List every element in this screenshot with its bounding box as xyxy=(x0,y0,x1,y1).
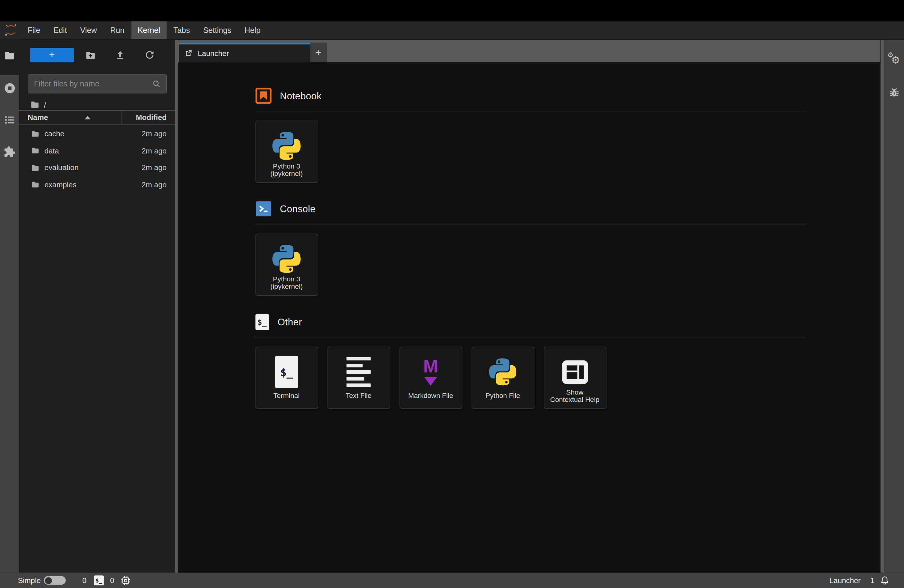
kernel-chip-icon[interactable] xyxy=(120,575,131,586)
contextual-help-icon xyxy=(544,354,606,389)
top-black-strip xyxy=(0,0,904,21)
file-browser-toolbar: + xyxy=(19,47,175,63)
file-modified: 2m ago xyxy=(142,180,175,189)
tab-launcher[interactable]: Launcher xyxy=(179,43,310,62)
section-title: Notebook xyxy=(280,90,321,101)
status-bar: Simple 0 $_ 0 Launcher 1 xyxy=(0,573,904,588)
extensions-icon[interactable] xyxy=(0,141,19,164)
refresh-button[interactable] xyxy=(142,48,156,62)
file-modified: 2m ago xyxy=(142,146,175,155)
file-row-examples[interactable]: examples 2m ago xyxy=(19,176,175,193)
menu-item-edit[interactable]: Edit xyxy=(47,21,73,39)
right-sidebar-splitter[interactable] xyxy=(880,40,884,572)
menu-item-kernel[interactable]: Kernel xyxy=(131,21,166,39)
simple-interface-toggle[interactable] xyxy=(44,576,65,585)
file-row-evaluation[interactable]: evaluation 2m ago xyxy=(19,159,175,176)
simple-interface-label: Simple xyxy=(18,576,41,585)
sidebar-splitter[interactable] xyxy=(175,40,178,572)
kernels-count[interactable]: 0 xyxy=(110,576,114,585)
dock-tab-bar: Launcher + xyxy=(178,40,880,62)
new-folder-button[interactable] xyxy=(84,48,98,62)
card-label: Python 3 (ipykernel) xyxy=(258,275,316,291)
column-header-name[interactable]: Name xyxy=(19,113,48,122)
launcher-panel: Notebook xyxy=(178,62,880,573)
search-icon xyxy=(152,79,161,89)
menu-item-settings[interactable]: Settings xyxy=(197,21,238,39)
menu-item-help[interactable]: Help xyxy=(238,21,267,39)
menu-item-run[interactable]: Run xyxy=(104,21,131,39)
markdown-icon: M xyxy=(400,354,461,389)
terminal-icon[interactable]: $_ xyxy=(94,575,104,585)
file-browser-icon[interactable] xyxy=(0,44,19,67)
text-file-icon xyxy=(328,354,390,389)
python-logo-icon xyxy=(256,242,318,277)
bell-icon[interactable] xyxy=(880,575,890,585)
card-label: Python 3 (ipykernel) xyxy=(258,162,316,179)
section-title: Other xyxy=(278,316,302,327)
tab-launcher-label: Launcher xyxy=(198,49,229,57)
section-divider xyxy=(255,337,806,337)
file-row-cache[interactable]: cache 2m ago xyxy=(19,125,175,142)
folder-icon xyxy=(30,129,40,138)
menu-bar: File Edit View Run Kernel Tabs Settings … xyxy=(0,21,904,40)
terminals-count[interactable]: 0 xyxy=(82,576,87,585)
debugger-icon[interactable] xyxy=(884,81,904,104)
workspace: + xyxy=(0,40,904,572)
card-label: Text File xyxy=(330,388,388,405)
python-logo-icon xyxy=(256,128,318,163)
card-label: Python File xyxy=(474,388,532,405)
file-name: examples xyxy=(44,180,76,189)
property-inspector-icon[interactable]: ⚙ ⚙ xyxy=(884,48,904,71)
menu-item-tabs[interactable]: Tabs xyxy=(167,21,196,39)
folder-icon xyxy=(30,163,40,172)
main-dock-area: Launcher + Notebook xyxy=(178,40,880,572)
folder-icon xyxy=(30,180,40,189)
launcher-card-console-python3[interactable]: Python 3 (ipykernel) xyxy=(255,234,318,296)
table-of-contents-icon[interactable] xyxy=(0,108,19,131)
menu-item-view[interactable]: View xyxy=(74,21,103,39)
notifications-count[interactable]: 1 xyxy=(871,576,875,585)
launcher-section-console: Console xyxy=(255,201,806,296)
notebook-icon xyxy=(255,88,272,104)
card-label: Show Contextual Help xyxy=(546,388,604,405)
launcher-tab-icon xyxy=(185,49,193,57)
python-logo-icon xyxy=(472,354,534,389)
launcher-card-text-file[interactable]: Text File xyxy=(327,346,390,409)
current-activity-label: Launcher xyxy=(829,576,861,585)
launcher-section-other: $_ Other $_ Terminal xyxy=(255,314,806,409)
file-name: evaluation xyxy=(44,163,78,172)
right-activity-bar: ⚙ ⚙ xyxy=(884,40,904,572)
status-bar-right: Launcher 1 xyxy=(829,575,904,585)
upload-button[interactable] xyxy=(113,48,127,62)
jupyterlab-window: File Edit View Run Kernel Tabs Settings … xyxy=(0,0,904,588)
filter-files-input[interactable] xyxy=(28,79,152,88)
status-bar-left: Simple 0 $_ 0 xyxy=(0,575,131,586)
file-modified: 2m ago xyxy=(142,163,175,172)
terminal-icon: $_ xyxy=(255,314,269,330)
running-kernels-icon[interactable] xyxy=(0,76,19,100)
menu-item-file[interactable]: File xyxy=(21,21,46,39)
new-launcher-button[interactable]: + xyxy=(30,48,74,62)
card-label: Markdown File xyxy=(401,388,460,405)
section-divider xyxy=(255,224,806,224)
column-header-modified[interactable]: Modified xyxy=(122,111,175,124)
launcher-card-show-contextual-help[interactable]: Show Contextual Help xyxy=(543,346,606,409)
left-activity-bar xyxy=(0,40,19,572)
file-name: cache xyxy=(44,129,64,138)
launcher-card-notebook-python3[interactable]: Python 3 (ipykernel) xyxy=(255,120,318,183)
launcher-card-markdown-file[interactable]: M Markdown File xyxy=(399,346,462,409)
section-divider xyxy=(255,111,806,111)
file-list: cache 2m ago data 2m ago evaluation 2m a… xyxy=(19,125,175,193)
launcher-card-terminal[interactable]: $_ Terminal xyxy=(255,346,318,409)
card-label: Terminal xyxy=(258,388,316,405)
new-tab-button[interactable]: + xyxy=(310,43,327,62)
filter-files-box xyxy=(28,74,167,93)
breadcrumb: / xyxy=(30,98,46,112)
jupyter-logo-icon xyxy=(4,23,18,37)
folder-icon xyxy=(30,146,40,155)
launcher-card-python-file[interactable]: Python File xyxy=(471,346,534,409)
home-folder-icon[interactable] xyxy=(30,100,40,109)
file-list-header: Name Modified xyxy=(19,110,175,125)
breadcrumb-root: / xyxy=(44,100,46,109)
file-row-data[interactable]: data 2m ago xyxy=(19,142,175,159)
